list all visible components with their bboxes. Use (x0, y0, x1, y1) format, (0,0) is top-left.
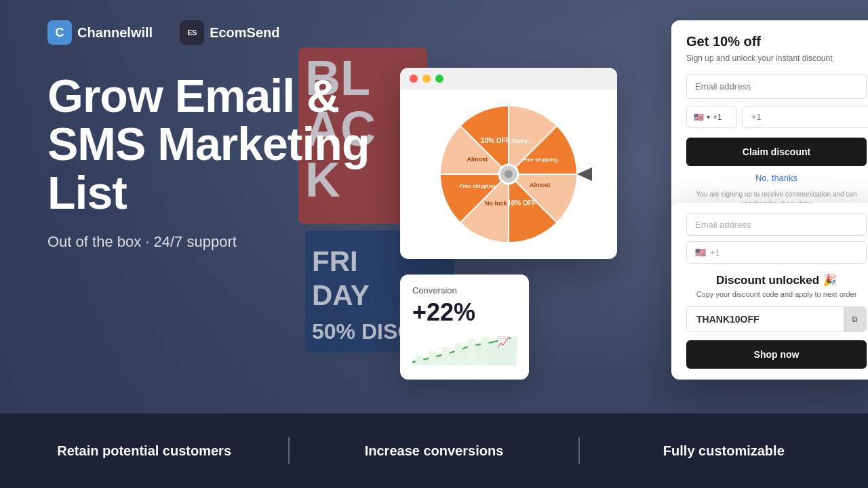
wheel-arrow (577, 167, 592, 181)
svg-text:📈: 📈 (497, 336, 511, 348)
conversion-card: Conversion +22% 📈 (400, 274, 529, 380)
svg-rect-32 (468, 340, 476, 366)
hero-subtext: Out of the box · 24/7 support (47, 233, 380, 251)
discount-unlocked-widget: Email address 🇺🇸 +1 Discount unlocked 🎉 … (671, 203, 868, 380)
phone-row: 🇺🇸 ▾ +1 (686, 106, 867, 128)
footer-item-1: Retain potential customers (0, 443, 288, 459)
ecomsend-logo: ES EcomSend (180, 20, 279, 45)
svg-text:10% OFF: 10% OFF (507, 199, 536, 207)
svg-text:10% OFF: 10% OFF (481, 137, 510, 144)
content-area: C Channelwill ES EcomSend Grow Email & (0, 0, 868, 413)
svg-rect-28 (416, 356, 424, 365)
minimize-dot (422, 75, 431, 83)
hero-headline: Grow Email & SMS Marketing List (47, 72, 380, 217)
spin-wheel-area: Sorry... Free shipping Almost 10% OFF No… (400, 89, 617, 259)
copy-code-button[interactable]: ⧉ (844, 307, 866, 331)
no-thanks-link[interactable]: No, thanks (686, 173, 867, 183)
phone-number-input[interactable] (743, 106, 868, 128)
popup-title: Get 10% off (686, 34, 867, 49)
discount-phone-display: 🇺🇸 +1 (686, 241, 867, 264)
popup-email-input[interactable] (686, 74, 867, 99)
phone-flag-selector[interactable]: 🇺🇸 ▾ +1 (686, 106, 737, 128)
svg-text:Free shipping: Free shipping (460, 183, 496, 189)
conversion-value: +22% (412, 298, 517, 327)
popup-subtitle: Sign up and unlock your instant discount (686, 54, 867, 63)
footer: Retain potential customers Increase conv… (0, 413, 868, 488)
svg-text:Almost: Almost (467, 156, 488, 163)
shop-now-button[interactable]: Shop now (686, 340, 867, 369)
svg-text:Almost: Almost (530, 182, 551, 188)
right-content: Sorry... Free shipping Almost 10% OFF No… (380, 0, 868, 413)
discount-subtitle: Copy your discount code and apply to nex… (686, 290, 867, 298)
ecomsend-icon: ES (180, 20, 204, 45)
logos-row: C Channelwill ES EcomSend (47, 20, 380, 45)
popup-content: Get 10% off Sign up and unlock your inst… (671, 20, 868, 222)
left-content: C Channelwill ES EcomSend Grow Email & (0, 0, 380, 413)
spin-wheel-widget: Sorry... Free shipping Almost 10% OFF No… (400, 68, 617, 259)
channelwill-text: Channelwill (77, 25, 153, 41)
widget-titlebar (400, 68, 617, 89)
maximize-dot (435, 75, 443, 83)
discount-title: Discount unlocked 🎉 (686, 273, 867, 287)
channelwill-logo: C Channelwill (47, 20, 153, 45)
channelwill-icon: C (47, 20, 72, 45)
footer-item-3: Fully customizable (580, 443, 868, 459)
wheel-svg: Sorry... Free shipping Almost 10% OFF No… (437, 103, 580, 245)
conversion-chart: 📈 (412, 332, 517, 366)
wheel-container: Sorry... Free shipping Almost 10% OFF No… (437, 103, 580, 245)
svg-rect-33 (481, 337, 489, 365)
discount-email-display: Email address (686, 214, 867, 236)
main-container: BL AC K FRI DAY 50% DISC C Ch (0, 0, 868, 488)
svg-text:Sorry...: Sorry... (511, 138, 532, 144)
discount-code-input[interactable] (687, 307, 844, 331)
conversion-label: Conversion (412, 285, 517, 296)
svg-point-26 (505, 170, 513, 178)
svg-rect-30 (441, 347, 450, 365)
svg-text:Free shipping: Free shipping (522, 157, 558, 163)
discount-code-row: ⧉ (686, 306, 867, 332)
footer-item-2: Increase conversions (290, 443, 578, 459)
svg-rect-31 (455, 343, 463, 365)
discount-content: Email address 🇺🇸 +1 Discount unlocked 🎉 … (671, 203, 868, 380)
email-popup-widget: › Get 10% off Sign up and unlock your in… (671, 20, 868, 222)
claim-discount-button[interactable]: Claim discount (686, 138, 867, 166)
svg-rect-29 (429, 351, 437, 365)
ecomsend-text: EcomSend (210, 25, 279, 41)
popup-inner: › Get 10% off Sign up and unlock your in… (671, 20, 868, 222)
hero-section: BL AC K FRI DAY 50% DISC C Ch (0, 0, 868, 413)
close-dot (410, 75, 418, 83)
svg-text:No luck: No luck (485, 200, 508, 207)
